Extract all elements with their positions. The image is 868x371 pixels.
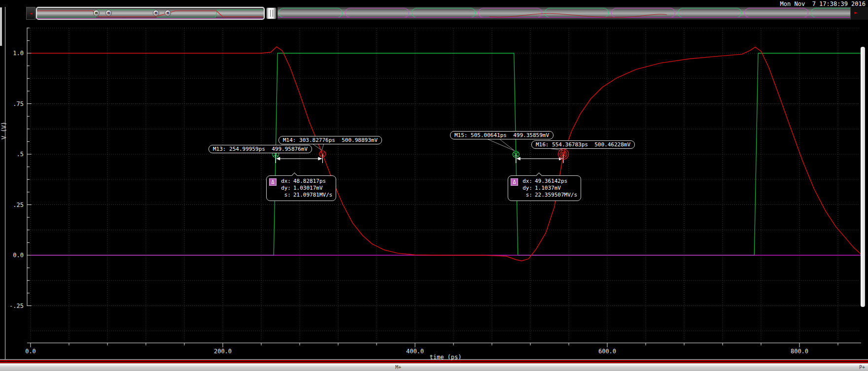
label-pointer xyxy=(487,139,515,151)
left-scrollbar-thumb[interactable] xyxy=(0,7,2,46)
mini-output-trace xyxy=(37,11,263,17)
right-arrow-icon: ► xyxy=(854,9,858,16)
y-tick-label: 0.0 xyxy=(13,252,24,259)
marker-label-m15[interactable]: M15: 505.00641ps 499.35859mV xyxy=(450,131,554,139)
viewport-resize-handle[interactable] xyxy=(266,7,277,19)
y-tick-label: -.25 xyxy=(9,303,24,309)
marker-label-m13[interactable]: M13: 254.99959ps 499.95876mV xyxy=(208,145,312,153)
y-tick-label: .75 xyxy=(13,101,24,107)
x-tick-label: 400.0 xyxy=(406,348,424,355)
x-tick-label: 600.0 xyxy=(598,348,616,355)
waveform-viewer-window: { "window": { "timestamp": "Mon Nov 7 17… xyxy=(0,0,868,371)
overview-strip[interactable] xyxy=(278,7,850,20)
marker-label-m14[interactable]: M14: 303.82776ps 500.98893mV xyxy=(278,136,382,144)
y-tick-label: 1.0 xyxy=(13,50,24,57)
delta-arrowhead-right xyxy=(318,157,322,161)
delta-box-2[interactable]: Δ dx:49.36142ps dy:1.1037mV s:22.359507M… xyxy=(508,175,581,201)
bottom-separator-line xyxy=(0,359,868,360)
marker-badge-m13[interactable]: m xyxy=(93,10,100,16)
delta-box-1[interactable]: Δ dx:48.82817ps dy:1.03017mV s:21.09781M… xyxy=(266,175,336,201)
marker-badge-m14[interactable]: m xyxy=(105,10,112,16)
left-arrow-icon: ◄ xyxy=(30,11,32,16)
trace-inverter-output[interactable] xyxy=(31,47,861,261)
marker-badge-m15[interactable]: m xyxy=(153,10,159,16)
status-marker-indicator: M+ xyxy=(395,365,401,370)
strip-red-trace-hint xyxy=(278,7,850,20)
status-bar: M+ P+ xyxy=(0,364,868,371)
delta-icon: Δ xyxy=(269,178,277,186)
label-pointer xyxy=(322,144,324,150)
marker-label-m16[interactable]: M16: 554.36783ps 500.46228mV xyxy=(531,140,635,149)
clock-timestamp: Mon Nov 7 17:38:39 2016 xyxy=(780,0,866,7)
x-tick-label: 0.0 xyxy=(25,348,36,355)
waveform-plot[interactable]: 1.0.75.5.250.0-.250.0200.0400.0600.0800.… xyxy=(0,0,868,371)
delta-icon: Δ xyxy=(511,178,518,186)
label-pointer xyxy=(312,144,322,150)
marker-badge-m16[interactable]: m xyxy=(165,10,171,16)
status-plot-indicator: P+ xyxy=(859,365,865,370)
pan-left-button[interactable]: ◄ xyxy=(26,7,35,20)
left-panel-divider xyxy=(5,7,5,360)
y-axis-title: V (V) xyxy=(0,122,7,139)
overview-viewport-window[interactable]: m m m m xyxy=(36,7,265,20)
x-tick-label: 800.0 xyxy=(791,348,808,355)
vertical-scrollbar-thumb[interactable] xyxy=(861,47,865,307)
label-pointer xyxy=(499,139,515,151)
x-tick-label: 200.0 xyxy=(214,348,232,355)
y-tick-label: .25 xyxy=(13,202,24,208)
overview-mini-traces xyxy=(37,8,264,19)
y-tick-label: .5 xyxy=(17,151,24,158)
grip-lines-icon xyxy=(270,10,273,17)
pan-right-button[interactable]: ► xyxy=(850,7,868,20)
